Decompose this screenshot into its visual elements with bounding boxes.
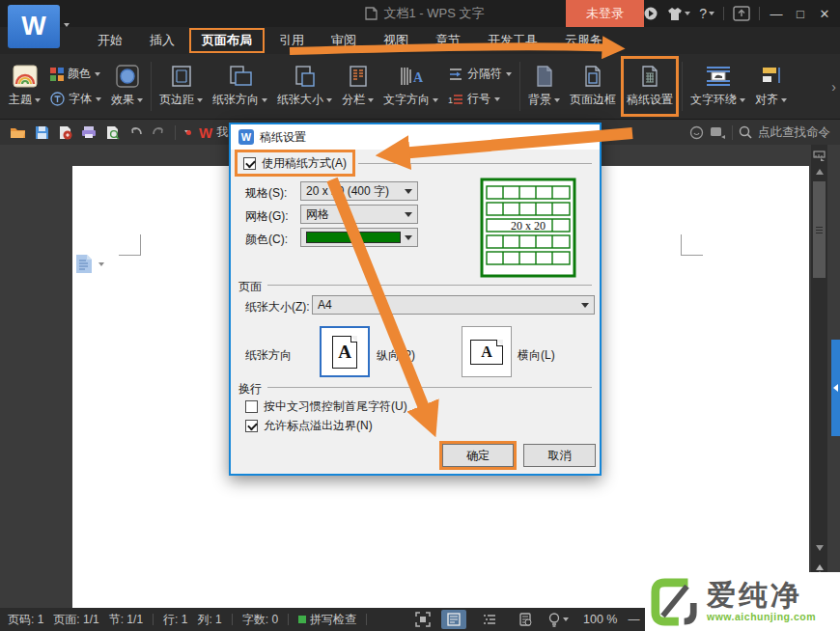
- customize-quickbar-caret-icon[interactable]: [184, 130, 190, 134]
- collapse-ribbon-icon[interactable]: [733, 6, 750, 21]
- paper-size-icon: [294, 65, 317, 88]
- ruler-toggle-icon[interactable]: [811, 148, 827, 163]
- tab-dev-tools[interactable]: 开发工具: [475, 28, 550, 53]
- background-button[interactable]: 背景: [523, 56, 565, 117]
- text-direction-button[interactable]: A 文字方向: [378, 56, 443, 117]
- spec-dropdown[interactable]: 20 x 20 (400 字): [300, 181, 418, 201]
- quickbar-separator: [175, 125, 176, 140]
- find-command-input[interactable]: 点此查找命令: [758, 124, 830, 141]
- align-icon: [760, 65, 783, 88]
- help-menu[interactable]: ?: [699, 6, 714, 21]
- page-border-label: 页面边框: [570, 92, 616, 108]
- ok-button[interactable]: 确定: [442, 444, 514, 467]
- grid-dropdown[interactable]: 网格: [300, 205, 418, 224]
- fonts-icon: [50, 92, 65, 106]
- manuscript-setup-button[interactable]: 稿纸设置: [621, 56, 679, 117]
- zoom-level[interactable]: 100 %: [583, 613, 617, 626]
- portrait-option[interactable]: A: [320, 326, 370, 377]
- save-icon[interactable]: [35, 125, 49, 140]
- spell-check-button[interactable]: 拼写检查: [298, 612, 356, 628]
- scroll-down-icon: [816, 545, 824, 551]
- paper-size-button[interactable]: 纸张大小: [272, 56, 337, 117]
- tab-cloud[interactable]: 云服务: [552, 28, 615, 53]
- page-border-icon: [581, 65, 604, 88]
- page-view-button[interactable]: [441, 610, 466, 629]
- login-button[interactable]: 未登录: [566, 0, 644, 27]
- spell-check-label: 拼写检查: [310, 612, 356, 628]
- landscape-letter: A: [481, 343, 492, 361]
- margins-button[interactable]: 页边距: [154, 56, 208, 117]
- ribbon-more-button[interactable]: ›: [827, 56, 840, 117]
- tab-view[interactable]: 视图: [371, 28, 421, 53]
- wps-red-logo-icon: W: [199, 124, 212, 141]
- wrap-first-last-row[interactable]: 按中文习惯控制首尾字符(U): [245, 398, 407, 415]
- wps-logo[interactable]: W: [8, 5, 60, 48]
- maximize-button[interactable]: □: [793, 7, 808, 21]
- dialog-close-button[interactable]: ✕: [574, 129, 592, 145]
- reader-view-button[interactable]: [513, 610, 538, 629]
- open-file-icon[interactable]: [10, 125, 26, 139]
- paste-options-button[interactable]: [75, 254, 104, 274]
- minimize-button[interactable]: —: [769, 7, 784, 21]
- scroll-up-button[interactable]: [811, 166, 827, 178]
- columns-button[interactable]: 分栏: [337, 56, 378, 117]
- paper-size-dropdown[interactable]: A4: [312, 295, 595, 315]
- side-panel-toggle[interactable]: [831, 340, 840, 436]
- text-wrap-icon: [705, 65, 732, 88]
- fonts-button[interactable]: 字体: [50, 91, 101, 107]
- cancel-button[interactable]: 取消: [523, 444, 596, 467]
- theme-shirt-icon[interactable]: [667, 7, 690, 21]
- effects-button[interactable]: 效果: [106, 56, 148, 117]
- scrollbar-thumb[interactable]: [813, 181, 826, 278]
- landscape-page-icon: A: [470, 340, 503, 365]
- print-preview-icon[interactable]: [105, 125, 120, 140]
- align-button[interactable]: 对齐: [750, 56, 792, 117]
- shirt-glyph: [667, 7, 683, 21]
- print-icon[interactable]: [81, 125, 97, 139]
- robot-assistant-icon[interactable]: [689, 125, 704, 140]
- eye-protect-button[interactable]: [548, 613, 569, 627]
- dialog-titlebar[interactable]: W 稿纸设置 ✕: [231, 124, 600, 150]
- tab-section[interactable]: 章节: [423, 28, 473, 53]
- zoom-out-button[interactable]: —: [628, 613, 639, 626]
- share-icon[interactable]: [710, 125, 726, 139]
- breaks-icon: [448, 68, 463, 81]
- manuscript-settings-dialog: W 稿纸设置 ✕ 使用稿纸方式(A) 规格(S): 20 x 20 (400 字…: [229, 123, 602, 476]
- wrap-punct-label: 允许标点溢出边界(N): [264, 418, 373, 434]
- scroll-down-button[interactable]: [811, 542, 827, 554]
- orientation-button[interactable]: 纸张方向: [208, 56, 272, 117]
- redo-icon[interactable]: [152, 126, 166, 139]
- tab-page-layout[interactable]: 页面布局: [189, 28, 265, 53]
- line-numbers-button[interactable]: 1 行号: [448, 91, 512, 107]
- dialog-title: 稿纸设置: [260, 129, 306, 146]
- use-manuscript-checkbox-row[interactable]: 使用稿纸方式(A): [235, 150, 355, 177]
- export-pdf-icon[interactable]: [58, 125, 72, 140]
- wrap-first-last-checkbox[interactable]: [245, 400, 258, 413]
- tab-references[interactable]: 引用: [266, 28, 317, 53]
- theme-rainbow-icon: [13, 65, 38, 88]
- effects-icon: [115, 65, 140, 88]
- wrap-punct-row[interactable]: 允许标点溢出边界(N): [245, 418, 373, 434]
- theme-label: 主题: [9, 92, 32, 108]
- wrap-punct-checkbox[interactable]: [245, 420, 258, 432]
- fullscreen-icon[interactable]: [415, 612, 431, 627]
- breaks-button[interactable]: 分隔符: [448, 66, 512, 82]
- close-button[interactable]: ✕: [817, 7, 832, 21]
- landscape-option[interactable]: A: [462, 326, 512, 377]
- color-dropdown[interactable]: [300, 228, 418, 247]
- tab-insert[interactable]: 插入: [137, 28, 187, 53]
- tab-home[interactable]: 开始: [85, 28, 135, 53]
- tab-review[interactable]: 审阅: [319, 28, 369, 53]
- logo-caret-icon[interactable]: [64, 23, 70, 27]
- status-word-count[interactable]: 字数: 0: [242, 612, 278, 628]
- text-wrap-button[interactable]: 文字环绕: [686, 56, 750, 117]
- color-scheme-button[interactable]: 颜色: [50, 66, 101, 82]
- use-manuscript-checkbox[interactable]: [243, 157, 256, 170]
- theme-button[interactable]: 主题: [4, 56, 45, 117]
- skin-center-icon[interactable]: [643, 6, 658, 21]
- undo-icon[interactable]: [128, 126, 143, 139]
- page-border-button[interactable]: 页面边框: [565, 56, 621, 117]
- outline-view-button[interactable]: [477, 610, 502, 629]
- vertical-scrollbar[interactable]: [811, 145, 827, 608]
- status-page-number: 页码: 1: [8, 612, 43, 628]
